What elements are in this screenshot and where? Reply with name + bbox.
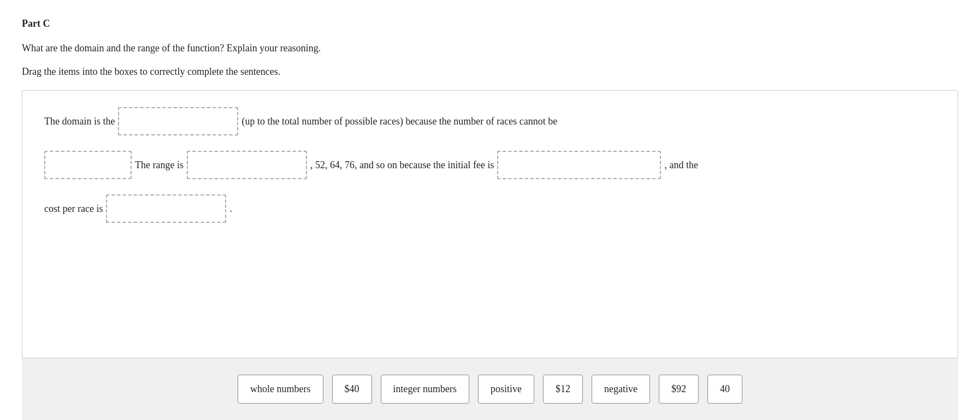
line2-end-text: , and the [664,158,698,173]
line3-before-text: cost per race is [44,202,103,216]
drop-box-domain[interactable] [118,107,238,135]
drag-items-area: whole numbers$40integer numberspositive$… [22,358,958,420]
drag-item-12-dollars[interactable]: $12 [543,375,583,404]
drag-item-40-dollars[interactable]: $40 [332,375,372,404]
line3-end-text: . [229,202,232,216]
sentence-line-2: The range is , 52, 64, 76, and so on bec… [44,151,936,179]
drag-item-integer-numbers[interactable]: integer numbers [381,375,469,404]
fill-area: The domain is the (up to the total numbe… [22,90,958,358]
drag-item-40[interactable]: 40 [707,375,742,404]
line2-before-text: The range is [135,158,184,173]
drag-item-92-dollars[interactable]: $92 [659,375,699,404]
line2-middle-text: , 52, 64, 76, and so on because the init… [310,158,494,173]
sentence-line-3: cost per race is . [44,194,936,223]
question-text: What are the domain and the range of the… [22,41,958,56]
part-label: Part C [22,16,958,31]
line1-before-text: The domain is the [44,114,115,129]
drop-box-range-start[interactable] [187,151,307,179]
drop-box-cost-per-race[interactable] [106,194,226,223]
sentence-line-1: The domain is the (up to the total numbe… [44,107,936,135]
drag-item-positive[interactable]: positive [478,375,534,404]
drop-box-initial-fee[interactable] [497,151,661,179]
instruction-text: Drag the items into the boxes to correct… [22,64,958,79]
drag-item-negative[interactable]: negative [592,375,650,404]
line1-after-text: (up to the total number of possible race… [241,114,557,129]
page: Part C What are the domain and the range… [0,0,980,420]
drag-item-whole-numbers[interactable]: whole numbers [238,375,323,404]
drop-box-cannot-be[interactable] [44,151,132,179]
